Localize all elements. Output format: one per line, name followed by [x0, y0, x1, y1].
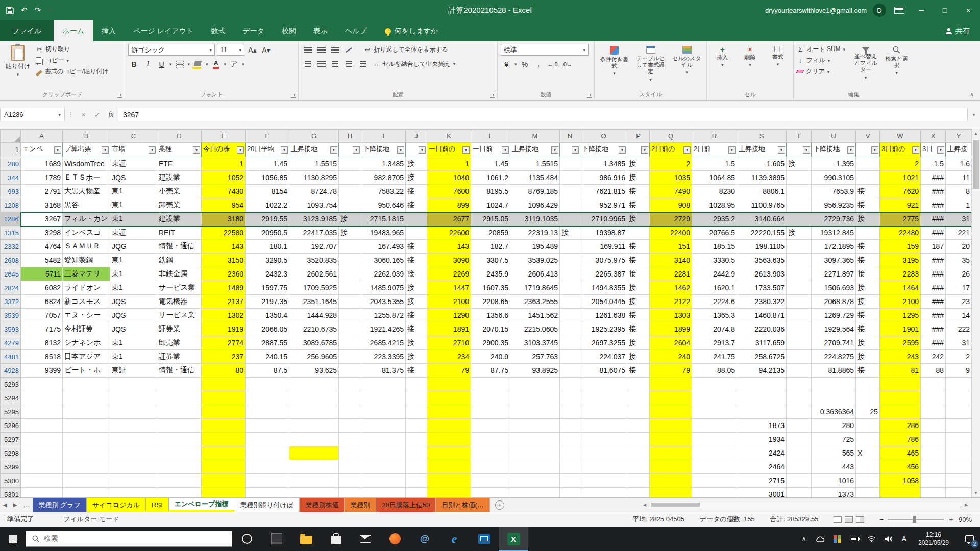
cell[interactable]	[946, 378, 972, 391]
cell[interactable]	[339, 446, 361, 460]
cell[interactable]: 22319.13	[510, 226, 560, 240]
cell[interactable]	[856, 488, 880, 498]
cell[interactable]: 2074.8	[692, 322, 737, 336]
header-cell[interactable]: 今日の株▼	[202, 143, 246, 157]
cell[interactable]	[560, 405, 580, 419]
cell[interactable]	[361, 460, 406, 474]
cell[interactable]: 接	[406, 240, 427, 254]
cell[interactable]: REIT	[157, 226, 202, 240]
scroll-right-icon[interactable]: ▶	[963, 500, 970, 509]
merge-center-button[interactable]: ↔ セルを結合して中央揃え ▾	[371, 59, 457, 69]
cell[interactable]: 22400	[650, 226, 692, 240]
cell[interactable]: 1.45	[246, 157, 289, 171]
filter-icon[interactable]: ▼	[572, 146, 579, 154]
filter-icon[interactable]: ▼	[937, 146, 944, 154]
cell[interactable]	[560, 446, 580, 460]
cell[interactable]	[427, 405, 471, 419]
cell[interactable]: 7653.9	[812, 185, 856, 198]
cell[interactable]	[246, 460, 289, 474]
header-cell[interactable]: 3日▼	[921, 143, 946, 157]
cell[interactable]: 3001	[737, 488, 787, 498]
cell[interactable]	[339, 254, 361, 267]
cell[interactable]: 1302	[202, 309, 246, 322]
cell[interactable]	[339, 433, 361, 446]
page-break-view-icon[interactable]	[856, 516, 864, 523]
cell[interactable]	[63, 474, 110, 488]
cell[interactable]: 1.5515	[289, 157, 339, 171]
cell[interactable]: 2935.2	[692, 212, 737, 226]
cell[interactable]: 2224.6	[692, 295, 737, 309]
cell[interactable]: 1255.872	[361, 309, 406, 322]
cell[interactable]: 今村証券	[63, 322, 110, 336]
cell[interactable]: 接	[627, 240, 650, 254]
cell[interactable]: 5711	[21, 267, 63, 281]
cell[interactable]	[339, 171, 361, 185]
cell[interactable]: 3097.365	[812, 254, 856, 267]
cell[interactable]: 接	[856, 198, 880, 212]
cell[interactable]	[650, 460, 692, 474]
cell[interactable]	[812, 391, 856, 405]
row-header[interactable]: 5293	[1, 378, 21, 391]
cell[interactable]	[471, 446, 510, 460]
row-header[interactable]: 1286	[1, 212, 21, 226]
cell[interactable]	[921, 446, 946, 460]
cell[interactable]	[946, 433, 972, 446]
file-explorer-icon[interactable]	[291, 527, 321, 551]
cell[interactable]	[560, 171, 580, 185]
cell[interactable]	[63, 419, 110, 433]
cell[interactable]	[110, 419, 157, 433]
dialog-launcher-icon[interactable]	[490, 93, 495, 98]
scroll-down-icon[interactable]: ▼	[972, 489, 980, 497]
header-cell[interactable]: ▼	[560, 143, 580, 157]
cell[interactable]	[202, 446, 246, 460]
cell[interactable]	[361, 488, 406, 498]
cell[interactable]: 1891	[427, 322, 471, 336]
ribbon-tab[interactable]: 校閲	[273, 20, 305, 41]
cell[interactable]	[471, 433, 510, 446]
cell[interactable]	[856, 419, 880, 433]
cell[interactable]: 接	[406, 295, 427, 309]
cell[interactable]	[339, 474, 361, 488]
cell[interactable]: 鉄鋼	[157, 254, 202, 267]
cell[interactable]	[246, 446, 289, 460]
cell[interactable]	[580, 378, 627, 391]
cell[interactable]	[289, 460, 339, 474]
cell[interactable]: 1269.729	[812, 309, 856, 322]
cell[interactable]	[510, 446, 560, 460]
cell[interactable]: シナネンホ	[63, 336, 110, 350]
horizontal-scrollbar[interactable]: ◀ ▶	[641, 498, 980, 512]
cell[interactable]: 87.75	[471, 364, 510, 378]
cell[interactable]	[202, 391, 246, 405]
cell[interactable]: 東1	[110, 212, 157, 226]
cell[interactable]: ###	[921, 185, 946, 198]
cell[interactable]: 接	[406, 157, 427, 171]
cell[interactable]: 2432.3	[246, 267, 289, 281]
column-header-J[interactable]: J	[406, 130, 427, 143]
cell[interactable]: 2613.903	[737, 267, 787, 281]
header-cell[interactable]: 上昇接	[946, 143, 972, 157]
cell[interactable]: 2710.9965	[580, 212, 627, 226]
cell[interactable]: 159	[880, 240, 921, 254]
cell[interactable]: 94.2135	[737, 364, 787, 378]
row-header[interactable]: 5295	[1, 405, 21, 419]
cell[interactable]	[157, 378, 202, 391]
ribbon-display-options-icon[interactable]	[894, 7, 904, 14]
cell[interactable]	[289, 378, 339, 391]
cell[interactable]	[110, 488, 157, 498]
cell[interactable]: 建設業	[157, 171, 202, 185]
cell[interactable]: フィル・カン	[63, 212, 110, 226]
cell[interactable]	[510, 405, 560, 419]
sheet-overflow-ellipsis[interactable]: …	[20, 498, 33, 512]
cell[interactable]	[157, 391, 202, 405]
cell[interactable]: 81.375	[361, 364, 406, 378]
cell[interactable]: 3298	[21, 226, 63, 240]
filter-icon[interactable]: ▼	[778, 146, 785, 154]
cell[interactable]	[289, 474, 339, 488]
filter-icon[interactable]: ▼	[803, 146, 810, 154]
cell[interactable]: 1925.2395	[580, 322, 627, 336]
cell[interactable]	[787, 446, 812, 460]
header-cell[interactable]: 一日前の▼	[427, 143, 471, 157]
cell[interactable]	[650, 378, 692, 391]
cell[interactable]: 2269	[427, 267, 471, 281]
filter-icon[interactable]: ▼	[353, 146, 360, 154]
